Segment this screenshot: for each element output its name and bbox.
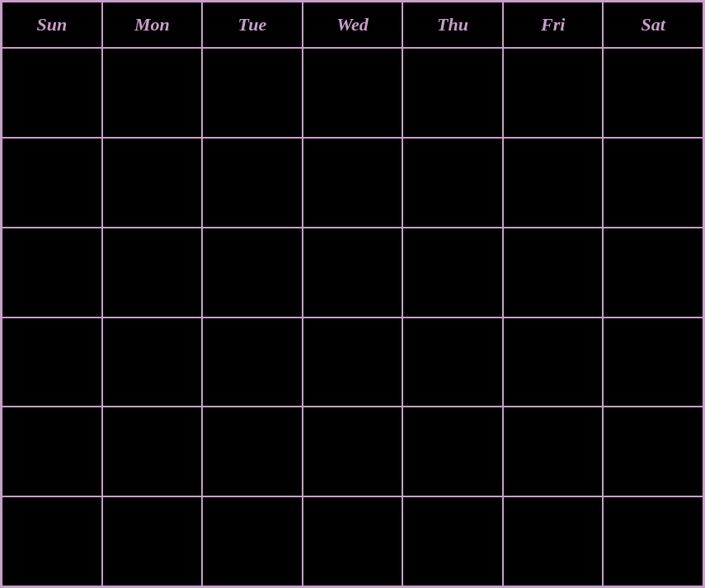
- table-row[interactable]: [303, 407, 403, 496]
- table-row[interactable]: [202, 496, 303, 586]
- table-row[interactable]: [202, 407, 303, 496]
- table-row[interactable]: [202, 318, 303, 407]
- table-row[interactable]: [402, 407, 503, 496]
- header-thu-label: Thu: [437, 14, 468, 35]
- table-row[interactable]: [402, 138, 503, 228]
- header-tue-label: Tue: [238, 14, 267, 35]
- table-row[interactable]: [102, 48, 203, 138]
- table-row[interactable]: [102, 407, 203, 496]
- table-row[interactable]: [2, 496, 102, 586]
- header-sat-label: Sat: [642, 14, 665, 35]
- table-row[interactable]: [603, 318, 703, 407]
- table-row[interactable]: [2, 318, 102, 407]
- table-row[interactable]: [303, 496, 403, 586]
- table-row[interactable]: [303, 228, 403, 318]
- table-row[interactable]: [303, 138, 403, 228]
- header-sun: Sun: [2, 2, 102, 48]
- table-row[interactable]: [503, 496, 604, 586]
- table-row[interactable]: [402, 318, 503, 407]
- table-row[interactable]: [102, 496, 203, 586]
- table-row[interactable]: [603, 138, 703, 228]
- table-row[interactable]: [202, 138, 303, 228]
- header-fri: Fri: [503, 2, 604, 48]
- header-fri-label: Fri: [541, 14, 565, 35]
- table-row[interactable]: [202, 48, 303, 138]
- table-row[interactable]: [402, 228, 503, 318]
- table-row[interactable]: [503, 318, 604, 407]
- table-row[interactable]: [603, 48, 703, 138]
- header-mon: Mon: [102, 2, 203, 48]
- header-wed: Wed: [303, 2, 403, 48]
- table-row[interactable]: [102, 318, 203, 407]
- table-row[interactable]: [2, 48, 102, 138]
- table-row[interactable]: [603, 407, 703, 496]
- table-row[interactable]: [2, 407, 102, 496]
- table-row[interactable]: [402, 48, 503, 138]
- header-sat: Sat: [603, 2, 703, 48]
- calendar-grid: Sun Mon Tue Wed Thu Fri Sat: [0, 0, 705, 588]
- table-row[interactable]: [102, 138, 203, 228]
- header-thu: Thu: [402, 2, 503, 48]
- table-row[interactable]: [503, 138, 604, 228]
- table-row[interactable]: [603, 496, 703, 586]
- table-row[interactable]: [503, 228, 604, 318]
- header-tue: Tue: [202, 2, 303, 48]
- table-row[interactable]: [202, 228, 303, 318]
- table-row[interactable]: [503, 407, 604, 496]
- table-row[interactable]: [303, 318, 403, 407]
- table-row[interactable]: [303, 48, 403, 138]
- header-wed-label: Wed: [336, 14, 369, 35]
- table-row[interactable]: [503, 48, 604, 138]
- header-sun-label: Sun: [36, 14, 67, 35]
- table-row[interactable]: [402, 496, 503, 586]
- table-row[interactable]: [2, 228, 102, 318]
- header-mon-label: Mon: [134, 14, 170, 35]
- table-row[interactable]: [102, 228, 203, 318]
- table-row[interactable]: [2, 138, 102, 228]
- table-row[interactable]: [603, 228, 703, 318]
